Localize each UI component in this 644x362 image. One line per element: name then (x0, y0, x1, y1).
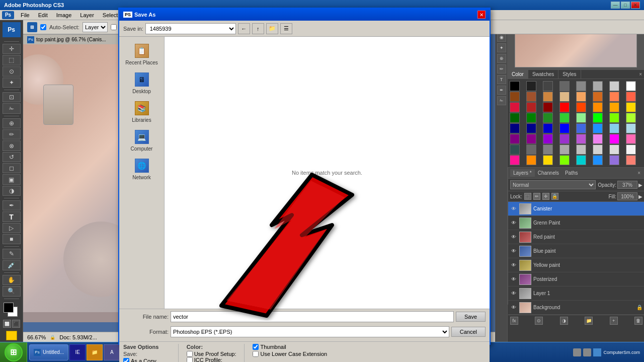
standard-mode[interactable]: ⬜ (3, 320, 11, 328)
network-item[interactable]: 🌐 Network (122, 156, 162, 182)
brush-tool[interactable]: ✏ (3, 129, 21, 139)
layer-visibility-icon[interactable]: 👁 (510, 220, 517, 227)
foreground-color[interactable] (4, 303, 14, 313)
file-name-input[interactable] (171, 311, 454, 322)
opacity-arrow[interactable]: ▶ (638, 182, 642, 188)
lower-extension-option[interactable]: Use Lower Case Extension (253, 351, 327, 357)
color-swatch[interactable] (593, 144, 603, 155)
crop-tool[interactable]: ⊡ (3, 92, 21, 102)
color-panel-collapse[interactable]: × (639, 71, 642, 77)
show-transform-checkbox[interactable] (111, 24, 117, 30)
as-copy-checkbox[interactable] (123, 358, 129, 362)
lock-position-icon[interactable]: ✛ (542, 193, 549, 200)
color-swatch[interactable] (609, 92, 619, 102)
canvas-tab[interactable]: Ps top paint.jpg @ 66.7% (Canis... (23, 34, 124, 44)
color-swatch[interactable] (626, 92, 636, 102)
marquee-tool[interactable]: ⬚ (3, 55, 21, 65)
color-swatch[interactable] (510, 113, 520, 123)
color-swatch[interactable] (526, 144, 536, 155)
blend-mode-select[interactable]: Normal (510, 180, 596, 189)
minimize-button[interactable]: — (611, 2, 620, 9)
color-swatch[interactable] (609, 155, 619, 165)
lower-extension-checkbox[interactable] (253, 351, 259, 357)
quickmask-mode[interactable]: ⬛ (12, 320, 20, 328)
auto-select-checkbox[interactable] (40, 24, 46, 30)
right-panel-icon-5[interactable]: ✏ (497, 64, 506, 74)
layer-row[interactable]: 👁Posterized (508, 272, 644, 286)
color-swatch[interactable] (593, 81, 603, 91)
layer-fx-button[interactable]: fx (510, 317, 518, 325)
dialog-close-button[interactable]: ✕ (477, 11, 486, 19)
stamp-tool[interactable]: ⊗ (3, 140, 21, 151)
layer-row[interactable]: 👁Grenn Paint (508, 216, 644, 230)
color-swatch[interactable] (510, 134, 520, 144)
nav-back-button[interactable]: ← (238, 23, 250, 34)
lasso-tool[interactable]: ⊙ (3, 66, 21, 77)
lock-image-icon[interactable]: ✏ (533, 193, 540, 200)
menu-file[interactable]: File (17, 11, 34, 19)
cancel-button[interactable]: Cancel (451, 327, 486, 337)
tab-paths[interactable]: Paths (562, 169, 581, 177)
icc-profile-option[interactable]: ICC Profile: (187, 357, 236, 362)
layer-visibility-icon[interactable]: 👁 (510, 234, 517, 241)
save-button[interactable]: Save (456, 312, 486, 322)
color-swatch[interactable] (609, 81, 619, 91)
computer-item[interactable]: 💻 Computer (122, 127, 162, 154)
opacity-input[interactable] (617, 181, 637, 189)
thumbnail-option[interactable]: Thumbnail (253, 344, 327, 350)
layer-mask-button[interactable]: ⊙ (535, 317, 543, 325)
zoom-tool[interactable]: 🔍 (3, 286, 21, 296)
healing-tool[interactable]: ⊕ (3, 118, 21, 128)
color-swatch[interactable] (543, 123, 553, 133)
magic-wand-tool[interactable]: ✦ (3, 78, 21, 88)
menu-edit[interactable]: Edit (34, 11, 52, 19)
color-swatch[interactable] (626, 113, 636, 123)
slice-tool[interactable]: ✁ (3, 103, 21, 113)
color-swatch[interactable] (576, 92, 586, 102)
nav-view-button[interactable]: ☰ (280, 23, 292, 34)
color-swatch[interactable] (576, 155, 586, 165)
color-swatch[interactable] (576, 144, 586, 155)
lock-transparent-icon[interactable]: ⬚ (524, 193, 531, 200)
as-copy-option[interactable]: As a Copy (123, 358, 170, 362)
eyedropper-tool[interactable]: 💉 (3, 260, 21, 270)
color-swatch[interactable] (510, 102, 520, 112)
color-swatch[interactable] (593, 92, 603, 102)
color-swatch[interactable] (593, 123, 603, 133)
dodge-tool[interactable]: ◑ (3, 186, 21, 196)
color-swatch[interactable] (593, 134, 603, 144)
path-selection-tool[interactable]: ▷ (3, 223, 21, 233)
layer-row[interactable]: 👁Yellow paint (508, 258, 644, 272)
layer-row[interactable]: 👁Red paint (508, 230, 644, 244)
text-tool[interactable]: T (3, 211, 21, 222)
right-panel-icon-7[interactable]: ✒ (497, 86, 506, 95)
tab-styles[interactable]: Styles (558, 70, 581, 79)
color-swatch[interactable] (559, 92, 570, 102)
close-button[interactable]: ✕ (631, 2, 640, 9)
lock-all-icon[interactable]: 🔒 (551, 193, 558, 200)
tab-color[interactable]: Color (508, 70, 528, 79)
color-swatch[interactable] (626, 81, 636, 91)
color-swatch[interactable] (559, 123, 570, 133)
color-swatch[interactable] (526, 113, 536, 123)
layers-panel-collapse[interactable]: × (637, 170, 640, 176)
taskbar-ie-icon[interactable]: IE (69, 344, 86, 360)
color-swatch[interactable] (543, 134, 553, 144)
gradient-tool[interactable]: ▣ (3, 174, 21, 184)
history-brush-tool[interactable]: ↺ (3, 152, 21, 162)
right-panel-icon-8[interactable]: ✁ (497, 96, 506, 105)
color-swatch[interactable] (609, 144, 619, 155)
right-panel-icon-4[interactable]: ⊕ (497, 54, 506, 63)
use-proof-option[interactable]: Use Proof Setup: (187, 351, 236, 357)
layer-visibility-icon[interactable]: 👁 (510, 304, 517, 311)
color-swatch[interactable] (609, 134, 619, 144)
color-swatch[interactable] (609, 102, 619, 112)
new-layer-button[interactable]: + (610, 317, 618, 325)
nav-up-button[interactable]: ↑ (252, 23, 264, 34)
menu-image[interactable]: Image (52, 11, 76, 19)
color-swatch[interactable] (510, 144, 520, 155)
taskbar-folder-icon[interactable]: 📁 (87, 344, 103, 360)
color-swatch[interactable] (559, 155, 570, 165)
color-swatch[interactable] (559, 134, 570, 144)
color-swatch[interactable] (526, 92, 536, 102)
